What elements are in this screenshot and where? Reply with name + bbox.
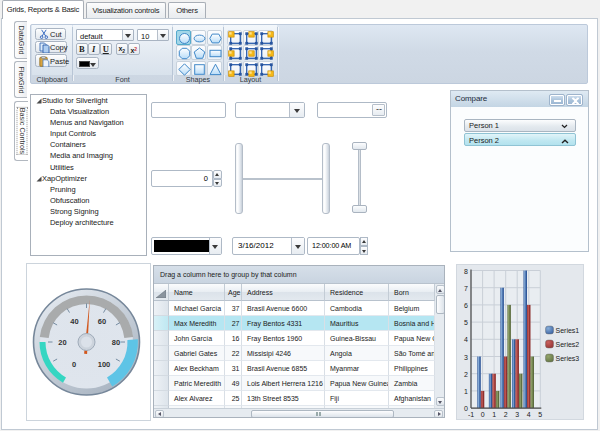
svg-text:1: 1: [464, 388, 468, 395]
svg-text:80: 80: [112, 338, 120, 347]
svg-text:1: 1: [492, 411, 496, 418]
svg-text:0: 0: [481, 411, 485, 418]
svg-text:3: 3: [464, 354, 468, 361]
svg-text:5: 5: [538, 411, 542, 418]
svg-text:2: 2: [464, 371, 468, 378]
svg-text:7: 7: [464, 285, 468, 292]
svg-text:Series2: Series2: [556, 341, 580, 348]
svg-text:100: 100: [98, 360, 111, 369]
svg-text:60: 60: [98, 317, 106, 326]
svg-text:6: 6: [464, 302, 468, 309]
svg-text:4: 4: [527, 411, 531, 418]
svg-text:Series3: Series3: [556, 355, 580, 362]
svg-text:-1: -1: [468, 411, 474, 418]
svg-text:0: 0: [72, 360, 76, 369]
svg-text:3: 3: [515, 411, 519, 418]
svg-text:8: 8: [464, 268, 468, 275]
svg-text:5: 5: [464, 319, 468, 326]
svg-text:40: 40: [70, 317, 78, 326]
svg-text:20: 20: [58, 338, 66, 347]
svg-text:Series1: Series1: [556, 327, 580, 334]
svg-text:2: 2: [504, 411, 508, 418]
svg-text:4: 4: [464, 336, 468, 343]
